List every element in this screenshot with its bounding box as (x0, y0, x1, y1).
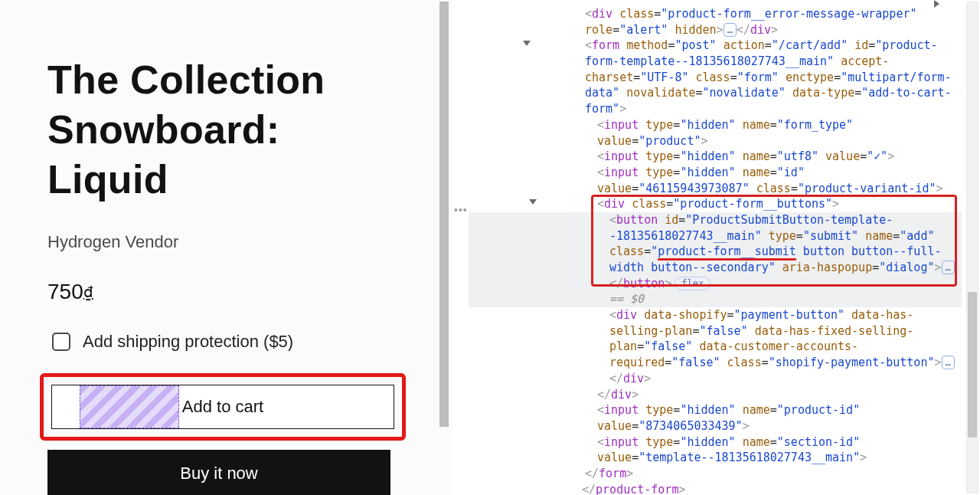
checkbox-icon[interactable] (52, 333, 70, 351)
panel-divider[interactable] (452, 0, 467, 495)
flex-badge[interactable]: flex (675, 277, 710, 290)
preview-scrollbar-thumb[interactable] (439, 2, 449, 427)
dom-tree[interactable]: <div class="product-form__error-message-… (467, 0, 963, 495)
shipping-protection-row[interactable]: Add shipping protection ($5) (52, 332, 397, 352)
shipping-protection-label: Add shipping protection ($5) (83, 332, 293, 352)
dom-node-div-close[interactable]: </div> (469, 387, 962, 403)
collapse-triangle-icon[interactable] (529, 199, 537, 205)
product-title: The Collection Snowboard: Liquid (47, 55, 397, 205)
devtools-elements-panel: <div class="product-form__error-message-… (467, 0, 980, 495)
product-price: 750₫ (47, 280, 397, 304)
price-value: 750 (47, 280, 83, 303)
price-currency: ₫ (83, 284, 93, 300)
product-vendor: Hydrogen Vendor (47, 232, 397, 252)
devtools-scrollbar[interactable] (966, 2, 978, 493)
product-content: The Collection Snowboard: Liquid Hydroge… (0, 0, 444, 495)
app-root: The Collection Snowboard: Liquid Hydroge… (0, 0, 980, 495)
dom-node-error-wrapper[interactable]: <div class="product-form__error-message-… (469, 6, 962, 38)
selected-node-marker: == $0 (609, 292, 644, 306)
add-to-cart-label: Add to cart (179, 397, 266, 417)
padding-overlay-left (80, 385, 179, 428)
pane-drag-dots-icon[interactable]: ••• (454, 204, 468, 216)
collapse-triangle-icon[interactable] (523, 41, 531, 46)
buy-now-label: Buy it now (180, 464, 258, 484)
ellipsis-pill[interactable]: … (942, 356, 955, 369)
dom-node-submit-button[interactable]: <button id="ProductSubmitButton-template… (469, 212, 962, 307)
dom-node-product-form-close[interactable]: </product-form> (469, 482, 962, 495)
inspect-highlight-frame: Add to cart (40, 373, 406, 441)
ellipsis-pill[interactable]: … (724, 23, 737, 37)
buy-now-button[interactable]: Buy it now (47, 450, 390, 495)
dom-node-input-utf8[interactable]: <input type="hidden" name="utf8" value="… (469, 149, 962, 165)
dom-node-input-formtype[interactable]: <input type="hidden" name="form_type" va… (469, 117, 962, 149)
expand-triangle-icon[interactable] (934, 0, 939, 8)
dom-node-input-product-id[interactable]: <input type="hidden" name="product-id" v… (469, 402, 962, 434)
devtools-scrollbar-thumb[interactable] (968, 292, 977, 438)
product-preview-pane: The Collection Snowboard: Liquid Hydroge… (0, 0, 452, 495)
ellipsis-pill[interactable]: … (942, 261, 955, 274)
dom-node-input-section-id[interactable]: <input type="hidden" name="section-id" v… (469, 434, 962, 466)
dom-node-payment-button[interactable]: <div data-shopify="payment-button" data-… (469, 307, 962, 386)
dom-node-form-close[interactable]: </form> (469, 466, 962, 482)
dom-node-form[interactable]: <form method="post" action="/cart/add" i… (469, 38, 962, 116)
preview-scrollbar[interactable] (439, 2, 449, 493)
add-to-cart-button[interactable]: Add to cart (51, 385, 394, 429)
dom-node-input-variant-id[interactable]: <input type="hidden" name="id" value="46… (469, 165, 962, 196)
dom-node-buttons-div[interactable]: <div class="product-form__buttons"> (469, 196, 962, 212)
